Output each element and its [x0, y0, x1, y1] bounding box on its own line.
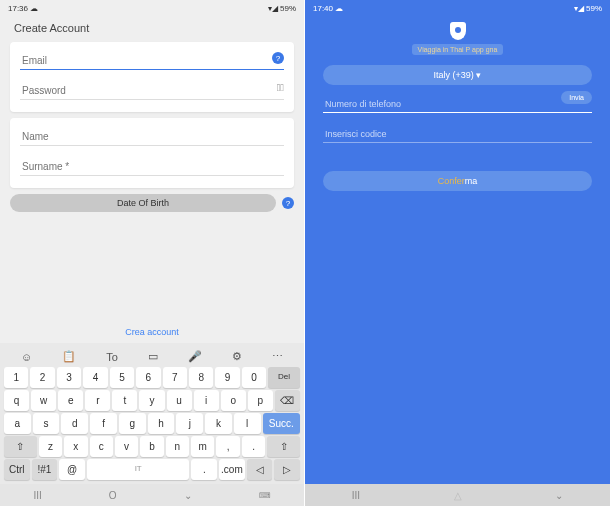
wifi-icon: ▾◢ — [574, 4, 584, 13]
screen-verify-phone: 17:40 ☁ ▾◢ 59% Viaggia in Thai P app gna… — [305, 0, 610, 506]
sticker-icon[interactable]: ☺ — [21, 351, 32, 363]
key-q[interactable]: q — [4, 390, 29, 411]
key-7[interactable]: 7 — [163, 367, 187, 388]
nav-bar: III △ ⌄ — [305, 484, 610, 506]
key-2[interactable]: 2 — [30, 367, 54, 388]
wifi-icon: ▾◢ — [268, 4, 278, 13]
code-field-row — [323, 123, 592, 143]
key-1[interactable]: !#1 — [32, 459, 58, 480]
gear-icon[interactable]: ⚙ — [232, 350, 242, 363]
screen-create-account: 17:36 ☁ ▾◢ 59% Create Account ? 👁̸ — [0, 0, 305, 506]
key-e[interactable]: e — [58, 390, 83, 411]
key-z[interactable]: z — [39, 436, 62, 457]
back-button[interactable]: ⌄ — [555, 490, 563, 501]
back-button[interactable]: ⌄ — [184, 490, 192, 501]
key-3[interactable]: 3 — [57, 367, 81, 388]
key-[interactable]: . — [191, 459, 217, 480]
password-field-row: 👁̸ — [20, 80, 284, 100]
phone-field-row: Invia — [323, 93, 592, 113]
status-time: 17:36 — [8, 4, 28, 13]
nav-bar: III O ⌄ ⌨ — [0, 484, 304, 506]
key-v[interactable]: v — [115, 436, 138, 457]
key-x[interactable]: x — [64, 436, 87, 457]
shield-icon — [450, 22, 466, 40]
key-6[interactable]: 6 — [136, 367, 160, 388]
email-input[interactable] — [20, 52, 284, 70]
clipboard-icon[interactable]: 📋 — [62, 350, 76, 363]
notification-icon: ☁ — [335, 4, 343, 13]
recents-button[interactable]: III — [33, 490, 41, 501]
key-l[interactable]: l — [234, 413, 261, 434]
create-account-link[interactable]: Crea account — [0, 327, 304, 337]
password-input[interactable] — [20, 82, 284, 100]
key-0[interactable]: 0 — [242, 367, 266, 388]
key-p[interactable]: p — [248, 390, 273, 411]
dob-row: Date Of Birth ? — [10, 194, 294, 212]
key-succ[interactable]: Succ. — [263, 413, 300, 434]
key-[interactable]: ⌫ — [275, 390, 300, 411]
key-[interactable]: ◁ — [247, 459, 273, 480]
status-time: 17:40 — [313, 4, 333, 13]
visibility-off-icon[interactable]: 👁̸ — [277, 82, 284, 93]
surname-field-row — [20, 156, 284, 176]
confirm-button[interactable]: Conferma — [323, 171, 592, 191]
name-field-row — [20, 126, 284, 146]
key-[interactable]: ▷ — [274, 459, 300, 480]
key-8[interactable]: 8 — [189, 367, 213, 388]
key-com[interactable]: .com — [219, 459, 245, 480]
key-1[interactable]: 1 — [4, 367, 28, 388]
key-g[interactable]: g — [119, 413, 146, 434]
key-j[interactable]: j — [176, 413, 203, 434]
surname-input[interactable] — [20, 158, 284, 176]
recents-button[interactable]: III — [352, 490, 360, 501]
key-[interactable]: ⇧ — [267, 436, 300, 457]
key-k[interactable]: k — [205, 413, 232, 434]
name-input[interactable] — [20, 128, 284, 146]
status-bar: 17:40 ☁ ▾◢ 59% — [305, 0, 610, 16]
battery-text: 59% — [586, 4, 602, 13]
key-[interactable]: , — [216, 436, 239, 457]
name-card — [10, 118, 294, 188]
key-a[interactable]: a — [4, 413, 31, 434]
send-button[interactable]: Invia — [561, 91, 592, 104]
key-[interactable]: . — [242, 436, 265, 457]
gif-icon[interactable]: ▭ — [148, 350, 158, 363]
key-y[interactable]: y — [139, 390, 164, 411]
key-d[interactable]: d — [61, 413, 88, 434]
key-b[interactable]: b — [140, 436, 163, 457]
more-icon[interactable]: ⋯ — [272, 350, 283, 363]
key-n[interactable]: n — [166, 436, 189, 457]
battery-text: 59% — [280, 4, 296, 13]
phone-input[interactable] — [323, 96, 592, 113]
dob-button[interactable]: Date Of Birth — [10, 194, 276, 212]
key-[interactable]: ⇧ — [4, 436, 37, 457]
key-4[interactable]: 4 — [83, 367, 107, 388]
key-c[interactable]: c — [90, 436, 113, 457]
help-icon[interactable]: ? — [272, 52, 284, 64]
key-r[interactable]: r — [85, 390, 110, 411]
key-s[interactable]: s — [33, 413, 60, 434]
key-del[interactable]: Del — [268, 367, 300, 388]
email-field-row: ? — [20, 50, 284, 70]
home-button[interactable]: O — [109, 490, 117, 501]
key-f[interactable]: f — [90, 413, 117, 434]
key-5[interactable]: 5 — [110, 367, 134, 388]
key-[interactable]: @ — [59, 459, 85, 480]
home-button[interactable]: △ — [454, 490, 462, 501]
key-u[interactable]: u — [167, 390, 192, 411]
key-ctrl[interactable]: Ctrl — [4, 459, 30, 480]
country-selector[interactable]: Italy (+39) ▾ — [323, 65, 592, 85]
mic-icon[interactable]: 🎤 — [188, 350, 202, 363]
key-i[interactable]: i — [194, 390, 219, 411]
key-o[interactable]: o — [221, 390, 246, 411]
key-w[interactable]: w — [31, 390, 56, 411]
help-icon[interactable]: ? — [282, 197, 294, 209]
key-it[interactable]: IT — [87, 459, 190, 480]
code-input[interactable] — [323, 126, 592, 143]
key-m[interactable]: m — [191, 436, 214, 457]
keyboard-hide-icon[interactable]: ⌨ — [259, 491, 271, 500]
key-h[interactable]: h — [148, 413, 175, 434]
key-9[interactable]: 9 — [215, 367, 239, 388]
key-t[interactable]: t — [112, 390, 137, 411]
keyboard: ☺ 📋 To ▭ 🎤 ⚙ ⋯ 1234567890Del qwertyuiop⌫… — [0, 343, 304, 484]
